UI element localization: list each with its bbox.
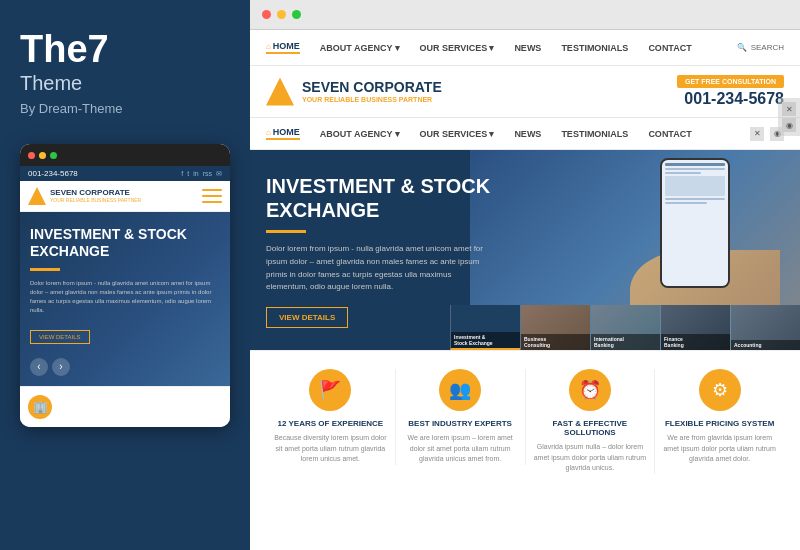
second-nav-about[interactable]: ABOUT AGENCY ▾	[320, 129, 400, 139]
search-area[interactable]: 🔍 SEARCH	[737, 43, 784, 52]
mobile-social-icons: f t in rss ✉	[181, 170, 222, 178]
site-logo-triangle-icon	[266, 78, 294, 106]
feature-text-2: Glavrida ipsum nulla – dolor lorem amet …	[534, 442, 647, 474]
mobile-mockup: 001-234-5678 f t in rss ✉ SEVEN CORPORAT…	[20, 144, 230, 427]
mobile-next-arrow[interactable]: ›	[52, 358, 70, 376]
nav-item-home[interactable]: ⌂ HOME	[266, 41, 300, 54]
theme-subtitle: Theme	[20, 72, 230, 95]
thumb-label-0: Investment &Stock Exchange	[451, 332, 520, 348]
mobile-hero: INVESTMENT & STOCK EXCHANGE Dolor lorem …	[20, 212, 230, 386]
home-icon: ⌂	[266, 42, 271, 51]
nav-item-contact[interactable]: CONTACT	[648, 43, 691, 53]
site-header-right: GET FREE CONSULTATION 001-234-5678	[677, 75, 784, 108]
mobile-feature-icon: 🏢	[28, 395, 52, 419]
site-phone: 001-234-5678	[684, 90, 784, 108]
mobile-hero-text: Dolor lorem from ipsum - nulla glavrida …	[30, 279, 220, 315]
site-hero-title: INVESTMENT & STOCK EXCHANGE	[266, 174, 494, 222]
mobile-dot-green	[50, 152, 57, 159]
second-nav-services[interactable]: OUR SERVICES ▾	[420, 129, 495, 139]
site-cta-button[interactable]: GET FREE CONSULTATION	[677, 75, 784, 88]
second-nav-testimonials[interactable]: TESTIMONIALS	[561, 129, 628, 139]
mobile-phone-row: 001-234-5678 f t in rss ✉	[20, 166, 230, 181]
left-panel: The7 Theme By Dream-Theme 001-234-5678 f…	[0, 0, 250, 550]
nav-item-about[interactable]: ABOUT AGENCY ▾	[320, 43, 400, 53]
site-thumb-1[interactable]: BusinessConsulting	[520, 305, 590, 350]
browser-dot-green[interactable]	[292, 10, 301, 19]
second-nav-news[interactable]: NEWS	[514, 129, 541, 139]
second-nav-home[interactable]: ⌂ HOME	[266, 127, 300, 140]
mobile-hero-divider	[30, 268, 60, 271]
browser-dot-yellow[interactable]	[277, 10, 286, 19]
mobile-top-bar	[20, 144, 230, 166]
second-home-icon: ⌂	[266, 128, 271, 137]
site-features: 🚩 12 YEARS OF EXPERIENCE Because diversi…	[250, 350, 800, 480]
feature-text-0: Because diversity lorem ipsum dolor sit …	[274, 433, 387, 465]
site-logo-name: SEVEN CORPORATE	[302, 80, 442, 95]
hero-phone-device	[660, 158, 730, 288]
mobile-feature: 🏢	[20, 386, 230, 427]
site-thumbs-row: Investment &Stock Exchange BusinessConsu…	[450, 305, 800, 350]
nav-item-testimonials[interactable]: TESTIMONIALS	[561, 43, 628, 53]
site-feature-0: 🚩 12 YEARS OF EXPERIENCE Because diversi…	[266, 369, 396, 465]
browser-content: ⌂ HOME ABOUT AGENCY ▾ OUR SERVICES ▾ NEW…	[250, 30, 800, 550]
mobile-hero-title: INVESTMENT & STOCK EXCHANGE	[30, 226, 220, 260]
site-feature-2: ⏰ FAST & EFFECTIVE SOLLUTIONS Glavrida i…	[526, 369, 656, 474]
feature-title-1: BEST INDUSTRY EXPERTS	[408, 419, 512, 428]
mobile-prev-arrow[interactable]: ‹	[30, 358, 48, 376]
mobile-hero-btn[interactable]: VIEW DETAILS	[30, 330, 90, 344]
site-thumb-3[interactable]: FinanceBanking	[660, 305, 730, 350]
hero-phone-screen	[662, 160, 728, 286]
site-hero-divider	[266, 230, 306, 233]
site-second-nav: ⌂ HOME ABOUT AGENCY ▾ OUR SERVICES ▾ NEW…	[250, 118, 800, 150]
site-hero-btn[interactable]: VIEW DETAILS	[266, 307, 348, 328]
nav-item-news[interactable]: NEWS	[514, 43, 541, 53]
site-top-nav: ⌂ HOME ABOUT AGENCY ▾ OUR SERVICES ▾ NEW…	[250, 30, 800, 66]
feature-text-3: We are from glavrida ipsum lorem amet ip…	[663, 433, 776, 465]
site-thumb-0[interactable]: Investment &Stock Exchange	[450, 305, 520, 350]
browser-chrome	[250, 0, 800, 30]
mobile-hamburger-icon[interactable]	[202, 189, 222, 203]
thumb-label-4: Accounting	[731, 340, 800, 350]
site-thumb-2[interactable]: InternationalBanking	[590, 305, 660, 350]
site-header: SEVEN CORPORATE YOUR RELIABLE BUSINESS P…	[250, 66, 800, 118]
mobile-logo-text-block: SEVEN CORPORATE YOUR RELIABLE BUSINESS P…	[50, 189, 141, 204]
site-hero-text: Dolor lorem from ipsum - nulla glavrida …	[266, 243, 494, 294]
thumb-label-3: FinanceBanking	[661, 334, 730, 350]
theme-title: The7	[20, 30, 230, 68]
browser-dot-red[interactable]	[262, 10, 271, 19]
site-logo-text-block: SEVEN CORPORATE YOUR RELIABLE BUSINESS P…	[302, 80, 442, 102]
site-feature-3: ⚙ FLEXIBLE PRICING SYSTEM We are from gl…	[655, 369, 784, 465]
feature-text-1: We are lorem ipsum – lorem amet dolor si…	[404, 433, 517, 465]
site-thumb-4[interactable]: Accounting	[730, 305, 800, 350]
mobile-header: SEVEN CORPORATE YOUR RELIABLE BUSINESS P…	[20, 181, 230, 212]
experts-icon: 👥	[439, 369, 481, 411]
experience-icon: 🚩	[309, 369, 351, 411]
theme-byline: By Dream-Theme	[20, 101, 230, 116]
feature-title-0: 12 YEARS OF EXPERIENCE	[278, 419, 384, 428]
thumb-label-1: BusinessConsulting	[521, 334, 590, 350]
second-nav-contact[interactable]: CONTACT	[648, 129, 691, 139]
mobile-dot-yellow	[39, 152, 46, 159]
scroll-btn-up[interactable]: ✕	[782, 102, 796, 116]
mobile-logo-area: SEVEN CORPORATE YOUR RELIABLE BUSINESS P…	[28, 187, 141, 205]
mobile-logo-triangle-icon	[28, 187, 46, 205]
fast-icon: ⏰	[569, 369, 611, 411]
feature-title-2: FAST & EFFECTIVE SOLLUTIONS	[534, 419, 647, 437]
mobile-dot-red	[28, 152, 35, 159]
nav-item-services[interactable]: OUR SERVICES ▾	[420, 43, 495, 53]
right-panel: ⌂ HOME ABOUT AGENCY ▾ OUR SERVICES ▾ NEW…	[250, 0, 800, 550]
site-hero: INVESTMENT & STOCK EXCHANGE Dolor lorem …	[250, 150, 800, 350]
mobile-phone-number: 001-234-5678	[28, 169, 78, 178]
site-logo-tagline: YOUR RELIABLE BUSINESS PARTNER	[302, 96, 442, 103]
site-feature-1: 👥 BEST INDUSTRY EXPERTS We are lorem ips…	[396, 369, 526, 465]
feature-title-3: FLEXIBLE PRICING SYSTEM	[665, 419, 774, 428]
mobile-hero-arrows: ‹ ›	[30, 358, 220, 376]
mobile-logo-name: SEVEN CORPORATE	[50, 189, 141, 198]
mobile-logo-tagline: YOUR RELIABLE BUSINESS PARTNER	[50, 197, 141, 203]
scroll-indicator: ✕ ◉	[778, 98, 800, 136]
pricing-icon: ⚙	[699, 369, 741, 411]
thumb-label-2: InternationalBanking	[591, 334, 660, 350]
site-logo-area: SEVEN CORPORATE YOUR RELIABLE BUSINESS P…	[266, 78, 442, 106]
nav-scroll-up[interactable]: ✕	[750, 127, 764, 141]
scroll-btn-circle[interactable]: ◉	[782, 118, 796, 132]
